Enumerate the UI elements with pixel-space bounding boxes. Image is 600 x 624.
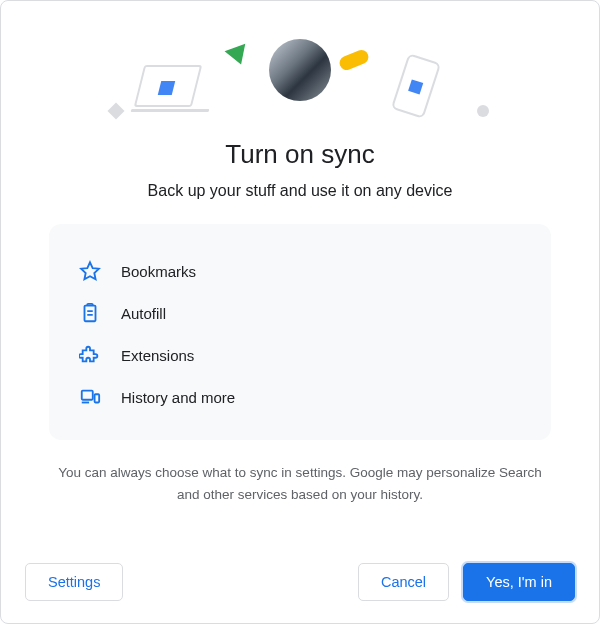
confirm-button[interactable]: Yes, I'm in — [463, 563, 575, 601]
feature-label: Bookmarks — [121, 263, 196, 280]
feature-label: Autofill — [121, 305, 166, 322]
phone-icon — [391, 53, 441, 119]
feature-label: Extensions — [121, 347, 194, 364]
sync-dialog: Turn on sync Back up your stuff and use … — [0, 0, 600, 624]
diamond-shape-icon — [108, 103, 125, 120]
svg-rect-1 — [82, 391, 93, 400]
cancel-button[interactable]: Cancel — [358, 563, 449, 601]
feature-label: History and more — [121, 389, 235, 406]
dialog-title: Turn on sync — [1, 139, 599, 170]
hero-illustration — [1, 1, 599, 131]
svg-rect-0 — [85, 306, 96, 322]
disclaimer-text: You can always choose what to sync in se… — [55, 462, 545, 505]
puzzle-icon — [79, 344, 101, 366]
feature-extensions: Extensions — [79, 334, 521, 376]
svg-rect-2 — [95, 394, 100, 402]
pill-shape-icon — [337, 48, 370, 72]
clipboard-icon — [79, 302, 101, 324]
feature-history: History and more — [79, 376, 521, 418]
triangle-shape-icon — [225, 44, 252, 68]
laptop-icon — [131, 65, 205, 113]
dialog-footer: Settings Cancel Yes, I'm in — [1, 543, 599, 623]
settings-button[interactable]: Settings — [25, 563, 123, 601]
feature-autofill: Autofill — [79, 292, 521, 334]
dot-shape-icon — [477, 105, 489, 117]
avatar — [269, 39, 331, 101]
features-panel: Bookmarks Autofill Extensions History an… — [49, 224, 551, 440]
feature-bookmarks: Bookmarks — [79, 250, 521, 292]
devices-icon — [79, 386, 101, 408]
dialog-subtitle: Back up your stuff and use it on any dev… — [1, 182, 599, 200]
star-icon — [79, 260, 101, 282]
